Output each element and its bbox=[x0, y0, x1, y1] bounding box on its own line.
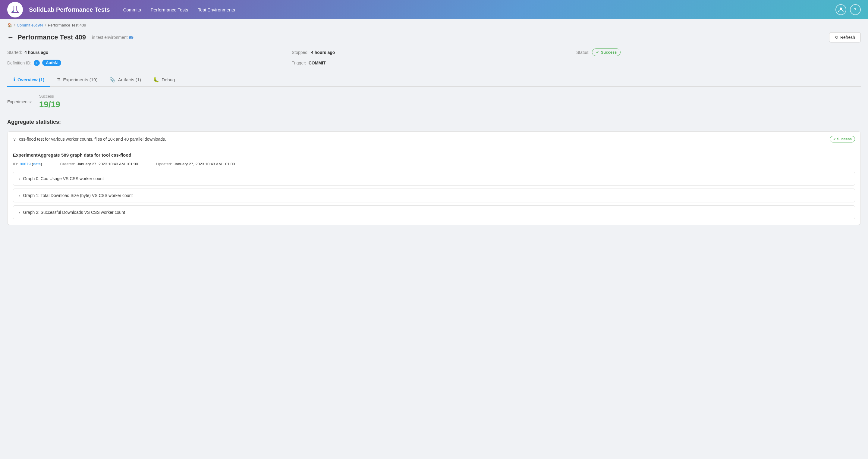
experiments-icon: ⚗ bbox=[56, 77, 61, 83]
artifacts-icon: 📎 bbox=[110, 77, 116, 83]
tab-experiments[interactable]: ⚗ Experiments (19) bbox=[50, 73, 103, 87]
app-logo bbox=[7, 2, 23, 18]
meta-info: Started: 4 hours ago Stopped: 4 hours ag… bbox=[7, 47, 861, 67]
experiment-updated-meta: Updated: January 27, 2023 10:43 AM +01:0… bbox=[156, 162, 235, 166]
nav-test-environments[interactable]: Test Environments bbox=[194, 5, 239, 15]
check-icon: ✓ bbox=[596, 50, 599, 55]
aggregate-title: Aggregate statistics: bbox=[7, 119, 861, 125]
status-badge: ✓ Success bbox=[592, 48, 621, 56]
trigger-meta: Trigger: COMMIT bbox=[292, 59, 576, 67]
refresh-icon: ↻ bbox=[835, 35, 838, 40]
chevron-right-icon-2: › bbox=[19, 210, 20, 215]
experiment-card: ∨ css-flood test for various worker coun… bbox=[7, 131, 861, 225]
breadcrumb: 🏠 / Commit e6c9f4 / Performance Test 409 bbox=[0, 19, 868, 30]
breadcrumb-commit[interactable]: Commit e6c9f4 bbox=[17, 23, 43, 27]
experiment-header-left: ∨ css-flood test for various worker coun… bbox=[13, 137, 166, 141]
refresh-button[interactable]: ↻ Refresh bbox=[829, 32, 861, 42]
tab-debug[interactable]: 🐛 Debug bbox=[147, 73, 181, 87]
graph-row-0[interactable]: › Graph 0: Cpu Usage VS CSS worker count bbox=[13, 172, 855, 186]
svg-point-1 bbox=[15, 12, 16, 12]
experiments-stat-box: Success 19/19 bbox=[39, 94, 60, 109]
page-title-section: ← Performance Test 409 in test environme… bbox=[7, 33, 133, 41]
experiment-card-header[interactable]: ∨ css-flood test for various worker coun… bbox=[7, 132, 861, 147]
overview-icon: ℹ bbox=[13, 77, 15, 83]
main-nav: Commits Performance Tests Test Environme… bbox=[120, 5, 239, 15]
experiment-card-body: ExperimentAggregate 589 graph data for t… bbox=[7, 147, 861, 225]
experiment-description: css-flood test for various worker counts… bbox=[19, 137, 166, 141]
svg-text:?: ? bbox=[854, 7, 856, 12]
chevron-down-icon: ∨ bbox=[13, 137, 16, 141]
stopped-meta: Stopped: 4 hours ago bbox=[292, 47, 576, 57]
definition-id-badge: 1 bbox=[34, 60, 40, 66]
env-badge: in test environment 99 bbox=[92, 35, 133, 40]
definition-tag[interactable]: AuthN bbox=[42, 60, 61, 66]
tab-artifacts[interactable]: 📎 Artifacts (1) bbox=[103, 73, 147, 87]
app-title: SolidLab Performance Tests bbox=[29, 6, 110, 13]
home-icon[interactable]: 🏠 bbox=[7, 23, 12, 27]
aggregate-data-title: ExperimentAggregate 589 graph data for t… bbox=[13, 153, 855, 158]
experiment-status-badge: ✓ Success bbox=[830, 136, 855, 142]
started-meta: Started: 4 hours ago bbox=[7, 47, 292, 57]
chevron-right-icon-1: › bbox=[19, 193, 20, 198]
nav-performance-tests[interactable]: Performance Tests bbox=[147, 5, 192, 15]
experiment-id-link[interactable]: 90879 bbox=[20, 162, 31, 166]
header-icons: ? bbox=[835, 4, 861, 15]
nav-commits[interactable]: Commits bbox=[120, 5, 145, 15]
tabs: ℹ Overview (1) ⚗ Experiments (19) 📎 Arti… bbox=[7, 73, 861, 87]
page-title-number: 409 bbox=[75, 33, 86, 41]
page-title: Performance Test 409 bbox=[18, 33, 86, 41]
page-title-row: ← Performance Test 409 in test environme… bbox=[7, 30, 861, 47]
experiment-created-meta: Created: January 27, 2023 10:43 AM +01:0… bbox=[60, 162, 138, 166]
back-button[interactable]: ← bbox=[7, 33, 14, 41]
env-link[interactable]: 99 bbox=[129, 35, 133, 40]
main-content: ← Performance Test 409 in test environme… bbox=[0, 30, 868, 459]
experiments-stat: Experiments: Success 19/19 bbox=[7, 94, 861, 109]
user-icon[interactable] bbox=[835, 4, 846, 15]
help-icon[interactable]: ? bbox=[850, 4, 861, 15]
status-meta: Status: ✓ Success bbox=[576, 47, 861, 57]
experiment-meta-row: ID: 90879 (data) Created: January 27, 20… bbox=[13, 162, 855, 166]
flask-icon bbox=[10, 5, 20, 14]
experiment-id-meta: ID: 90879 (data) bbox=[13, 162, 42, 166]
definition-meta: Definition ID: 1 AuthN bbox=[7, 59, 292, 67]
svg-point-0 bbox=[13, 11, 14, 12]
breadcrumb-current: Performance Test 409 bbox=[48, 23, 86, 27]
graph-row-1[interactable]: › Graph 1: Total Download Size (byte) VS… bbox=[13, 189, 855, 202]
page-title-prefix: Performance Test bbox=[18, 33, 75, 41]
debug-icon: 🐛 bbox=[153, 77, 159, 83]
experiment-data-link[interactable]: data bbox=[33, 162, 41, 166]
graph-row-2[interactable]: › Graph 2: Successful Downloads VS CSS w… bbox=[13, 205, 855, 219]
tab-overview[interactable]: ℹ Overview (1) bbox=[7, 73, 50, 87]
chevron-right-icon-0: › bbox=[19, 176, 20, 181]
overview-section: Experiments: Success 19/19 Aggregate sta… bbox=[7, 94, 861, 225]
app-header: SolidLab Performance Tests Commits Perfo… bbox=[0, 0, 868, 19]
